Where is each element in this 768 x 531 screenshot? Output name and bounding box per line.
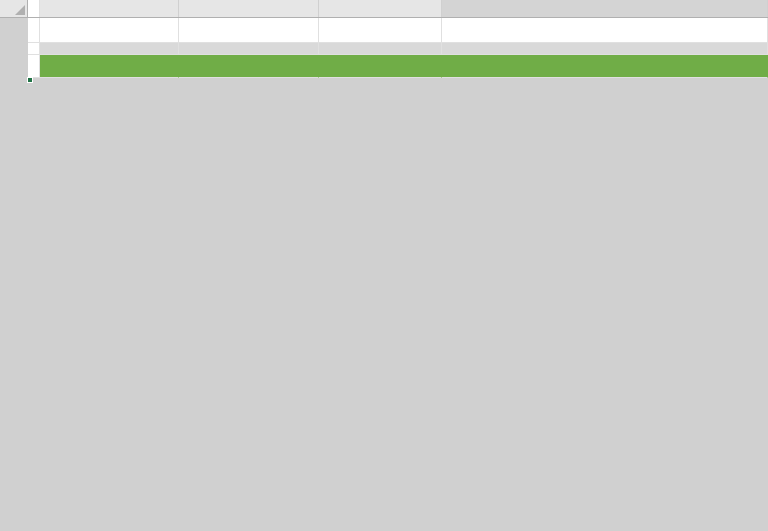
grid[interactable]	[28, 18, 768, 78]
select-all-corner[interactable]	[0, 0, 28, 18]
col-header-B[interactable]	[40, 0, 179, 17]
cell-A1[interactable]	[28, 18, 40, 43]
cell-C2[interactable]	[179, 43, 319, 55]
col-header-A[interactable]	[28, 0, 40, 17]
header-unit-of-measure[interactable]	[319, 55, 443, 78]
column-headers	[28, 0, 768, 18]
col-header-D[interactable]	[319, 0, 443, 17]
cell-E1[interactable]	[442, 18, 768, 43]
cell-A3[interactable]	[28, 55, 40, 78]
cell-B2[interactable]	[40, 43, 179, 55]
col-header-E[interactable]	[442, 0, 768, 17]
cell-D1[interactable]	[319, 18, 443, 43]
cell-A2[interactable]	[28, 43, 40, 55]
header-product-name[interactable]	[179, 55, 319, 78]
header-product-model[interactable]	[40, 55, 179, 78]
table-header-row	[28, 55, 768, 78]
title-row	[28, 18, 768, 43]
header-description[interactable]	[442, 55, 768, 78]
blank-row	[28, 43, 768, 55]
col-header-C[interactable]	[179, 0, 319, 17]
select-all-triangle-icon	[15, 5, 25, 15]
cell-E2[interactable]	[442, 43, 768, 55]
cell-D2[interactable]	[319, 43, 443, 55]
svg-marker-0	[15, 5, 25, 15]
page-title[interactable]	[40, 18, 179, 43]
cell-C1[interactable]	[179, 18, 319, 43]
active-cell-selection	[28, 78, 32, 82]
